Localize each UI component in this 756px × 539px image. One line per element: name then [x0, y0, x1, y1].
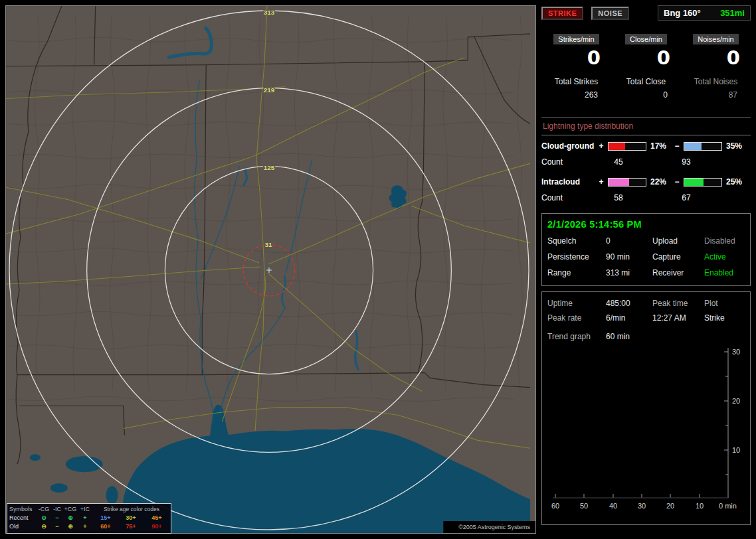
distribution-type-label: Cloud-ground — [541, 141, 597, 151]
minus-bar — [684, 178, 722, 187]
receiver-value: Enabled — [704, 268, 745, 277]
distribution-row-intracloud: Intracloud + 22% − 25% — [541, 177, 751, 187]
x-tick-label: 40 — [609, 502, 617, 510]
strikes-per-min-label: Strikes/min — [553, 34, 599, 44]
plus-bar-fill — [609, 179, 629, 186]
squelch-label: Squelch — [547, 236, 606, 246]
distribution-title: Lightning type distribution — [541, 117, 751, 135]
minus-bar-fill — [684, 179, 704, 186]
count-label: Count — [541, 193, 597, 202]
range-ring-label: 125 — [264, 164, 275, 171]
total-close-value: 0 — [611, 90, 681, 100]
minus-bar — [684, 142, 722, 151]
upload-label: Upload — [652, 236, 704, 246]
ic-plus-symbol: + — [77, 522, 93, 531]
cg-minus-symbol: ⊖ — [37, 522, 50, 531]
strikes-per-min-value: 0 — [541, 46, 611, 69]
minus-percent: 35% — [725, 141, 749, 151]
peak-rate-label: Peak rate — [547, 313, 606, 323]
bearing-readout: Bng 160° 351mi — [658, 5, 751, 21]
plus-count: 45 — [597, 157, 640, 167]
datetime: 2/1/2026 5:14:56 PM — [547, 219, 745, 230]
plus-sign: + — [597, 141, 605, 151]
noises-per-min: Noises/min 0 — [681, 34, 751, 69]
y-tick-label: 20 — [732, 397, 740, 405]
age-code: 90+ — [143, 522, 170, 531]
mode-toolbar: STRIKE NOISE Bng 160° 351mi — [541, 5, 751, 21]
minus-sign: − — [673, 141, 681, 151]
total-noises-label: Total Noises — [681, 77, 751, 86]
cg-minus-symbol: ⊖ — [37, 514, 50, 522]
map-legend: Symbols -CG -IC +CG +IC Strike age color… — [7, 503, 171, 534]
total-strikes: Total Strikes 263 — [541, 77, 611, 100]
ic-minus-symbol: − — [50, 522, 64, 531]
bearing-label: Bng 160° — [664, 8, 701, 18]
ic-minus-symbol: − — [50, 514, 64, 522]
legend-col-header: -CG — [37, 505, 50, 514]
count-row: Count 45 93 — [541, 157, 751, 167]
age-code: 75+ — [118, 522, 143, 531]
peak-time-value: 12:27 AM — [652, 313, 704, 323]
plot-value: Strike — [704, 313, 745, 323]
distribution-type-label: Intracloud — [541, 177, 597, 187]
trend-graph-label: Trend graph — [547, 332, 606, 341]
legend-row-label: Old — [9, 522, 37, 531]
plus-count: 58 — [597, 193, 640, 202]
x-tick-label: 20 — [666, 502, 674, 510]
stats-box: Uptime 485:00 Peak time Plot Peak rate 6… — [541, 291, 751, 525]
bearing-distance: 351mi — [720, 8, 745, 18]
count-label: Count — [541, 157, 597, 167]
close-per-min-value: 0 — [611, 46, 681, 69]
close-per-min-label: Close/min — [625, 34, 667, 44]
minus-count: 93 — [640, 157, 733, 167]
cg-plus-symbol: ⊕ — [64, 522, 77, 531]
peak-time-label: Peak time — [652, 299, 704, 308]
map-svg: 313 219 125 31 ©2005 Astrogenic Systems — [6, 6, 535, 533]
total-strikes-label: Total Strikes — [541, 77, 611, 86]
status-box: 2/1/2026 5:14:56 PM Squelch 0 Upload Dis… — [541, 213, 751, 286]
strike-mode-button[interactable]: STRIKE — [541, 7, 583, 20]
legend-symbols-header: Symbols — [9, 505, 37, 514]
range-value: 313 mi — [606, 268, 652, 277]
strikes-per-min: Strikes/min 0 — [541, 34, 611, 69]
noise-mode-button[interactable]: NOISE — [591, 7, 629, 20]
map-canvas[interactable]: 313 219 125 31 ©2005 Astrogenic Systems — [5, 5, 536, 534]
total-close-label: Total Close — [611, 77, 681, 86]
persistence-value: 90 min — [606, 252, 652, 262]
plus-percent: 17% — [649, 141, 673, 151]
y-tick-label: 30 — [732, 348, 740, 356]
uptime-value: 485:00 — [606, 299, 652, 308]
uptime-label: Uptime — [547, 299, 606, 308]
minus-count: 67 — [640, 193, 733, 202]
noises-per-min-label: Noises/min — [693, 34, 738, 44]
cg-plus-symbol: ⊕ — [64, 514, 77, 522]
x-tick-label: 50 — [580, 502, 588, 510]
total-noises-value: 87 — [681, 90, 751, 100]
copyright-text: ©2005 Astrogenic Systems — [458, 524, 530, 530]
rate-counters: Strikes/min 0 Close/min 0 Noises/min 0 — [541, 34, 751, 69]
legend-col-header: +CG — [64, 505, 77, 514]
status-row: Persistence 90 min Capture Active — [547, 252, 745, 262]
range-ring-label: 219 — [264, 86, 275, 94]
squelch-value: 0 — [606, 236, 652, 246]
age-code: 30+ — [118, 514, 143, 522]
legend-col-header: -IC — [50, 505, 64, 514]
upload-value: Disabled — [704, 236, 745, 246]
close-per-min: Close/min 0 — [611, 34, 681, 69]
trend-row: Trend graph 60 min — [547, 332, 745, 341]
plus-bar — [608, 178, 646, 187]
total-noises: Total Noises 87 — [681, 77, 751, 100]
peak-rate-value: 6/min — [606, 313, 652, 323]
legend-age-header: Strike age color codes — [93, 505, 170, 514]
x-tick-label: 30 — [638, 502, 646, 510]
plus-bar-fill — [609, 143, 625, 150]
noises-per-min-value: 0 — [681, 46, 751, 69]
range-label: Range — [547, 268, 606, 277]
total-strikes-value: 263 — [541, 90, 611, 100]
trend-graph: 30 20 10 60 50 40 30 20 10 0 min — [547, 344, 746, 515]
count-row: Count 58 67 — [541, 193, 751, 202]
stats-row: Peak rate 6/min 12:27 AM Strike — [547, 313, 745, 323]
y-tick-label: 10 — [732, 446, 740, 454]
plus-sign: + — [597, 177, 605, 187]
plus-bar — [608, 142, 646, 151]
